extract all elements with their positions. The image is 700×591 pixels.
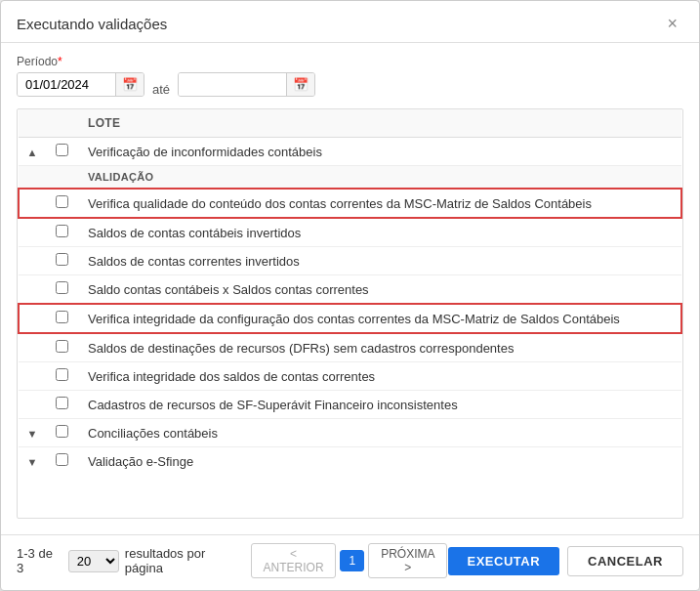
item-row-7: Verifica integridade dos saldos de conta… xyxy=(19,362,681,391)
item5-checkbox[interactable] xyxy=(56,311,68,323)
section-row-1: ▲ Verificação de inconformidades contábe… xyxy=(19,138,681,166)
start-date-calendar-icon[interactable]: 📅 xyxy=(115,73,144,96)
dialog-header: Executando validações × xyxy=(1,1,699,43)
close-button[interactable]: × xyxy=(661,13,683,34)
item-row-2: Saldos de contas contábeis invertidos xyxy=(19,218,681,247)
ate-label: até xyxy=(152,82,170,97)
anterior-button[interactable]: < ANTERIOR xyxy=(251,543,337,578)
item3-checkbox[interactable] xyxy=(56,253,68,266)
col-lote: LOTE xyxy=(78,109,681,138)
resultados-label: resultados por página xyxy=(125,546,245,575)
section1-checkbox[interactable] xyxy=(56,144,68,156)
start-date-input[interactable] xyxy=(18,73,115,96)
section-row-3: ▼ Validação e-Sfinge xyxy=(19,447,681,476)
section2-label: Conciliações contábeis xyxy=(78,419,681,447)
item-row-8: Cadastros de recursos de SF-Superávit Fi… xyxy=(19,391,681,419)
pagination-count: 1-3 de 3 xyxy=(17,546,62,575)
section1-expand-btn[interactable]: ▲ xyxy=(23,147,42,158)
item-row-1: Verifica qualidade do conteúdo dos conta… xyxy=(19,189,681,218)
validations-table-container: LOTE ▲ Verificação de inconformidades co… xyxy=(17,108,683,519)
section3-expand-btn[interactable]: ▼ xyxy=(23,456,42,468)
item-row-3: Saldos de contas correntes invertidos xyxy=(19,247,681,275)
dialog-body: Período* 📅 até 📅 LOTE xyxy=(1,43,699,530)
item7-label: Verifica integridade dos saldos de conta… xyxy=(78,362,681,391)
col-validacao-header: VALIDAÇÃO xyxy=(78,166,681,190)
item6-label: Saldos de destinações de recursos (DFRs)… xyxy=(78,333,681,362)
action-buttons: EXECUTAR CANCELAR xyxy=(448,546,684,576)
item8-checkbox[interactable] xyxy=(56,397,68,409)
item2-label: Saldos de contas contábeis invertidos xyxy=(78,218,681,247)
item2-checkbox[interactable] xyxy=(56,225,68,237)
proxima-button[interactable]: PRÓXIMA > xyxy=(368,543,447,578)
executar-button[interactable]: EXECUTAR xyxy=(448,547,560,575)
dialog-footer: 1-3 de 3 20 10 50 100 resultados por pág… xyxy=(1,534,699,590)
section2-checkbox[interactable] xyxy=(56,425,68,438)
period-group: Período* 📅 até 📅 xyxy=(17,55,683,97)
item8-label: Cadastros de recursos de SF-Superávit Fi… xyxy=(78,391,681,419)
item5-label: Verifica integridade da configuração dos… xyxy=(78,304,681,333)
start-date-wrapper: 📅 xyxy=(17,72,144,97)
item1-label: Verifica qualidade do conteúdo dos conta… xyxy=(78,189,681,218)
dialog-title: Executando validações xyxy=(17,16,167,32)
section3-checkbox[interactable] xyxy=(56,453,68,466)
item-row-4: Saldo contas contábeis x Saldos contas c… xyxy=(19,275,681,305)
item3-label: Saldos de contas correntes invertidos xyxy=(78,247,681,275)
item4-checkbox[interactable] xyxy=(56,281,68,294)
section-row-2: ▼ Conciliações contábeis xyxy=(19,419,681,447)
dialog-container: Executando validações × Período* 📅 até 📅 xyxy=(0,0,700,591)
cancelar-button[interactable]: CANCELAR xyxy=(567,546,683,576)
end-date-calendar-icon[interactable]: 📅 xyxy=(286,73,314,96)
item7-checkbox[interactable] xyxy=(56,368,68,381)
col-expand xyxy=(19,109,46,138)
item6-checkbox[interactable] xyxy=(56,340,68,353)
per-page-select[interactable]: 20 10 50 100 xyxy=(68,550,119,572)
section2-expand-btn[interactable]: ▼ xyxy=(23,428,42,440)
item-row-6: Saldos de destinações de recursos (DFRs)… xyxy=(19,333,681,362)
end-date-wrapper: 📅 xyxy=(178,72,315,97)
col-checkbox xyxy=(46,109,78,138)
end-date-input[interactable] xyxy=(179,73,286,96)
section1-label: Verificação de inconformidades contábeis xyxy=(78,138,681,166)
pagination-info: 1-3 de 3 20 10 50 100 resultados por pág… xyxy=(17,543,448,578)
section3-label: Validação e-Sfinge xyxy=(78,447,681,476)
item1-checkbox[interactable] xyxy=(56,195,68,208)
period-label: Período* xyxy=(17,55,144,68)
validacao-header-row: VALIDAÇÃO xyxy=(19,166,681,190)
item4-label: Saldo contas contábeis x Saldos contas c… xyxy=(78,275,681,305)
period-start-field: Período* 📅 xyxy=(17,55,144,97)
item-row-5: Verifica integridade da configuração dos… xyxy=(19,304,681,333)
validations-table: LOTE ▲ Verificação de inconformidades co… xyxy=(18,109,682,475)
page-1-button[interactable]: 1 xyxy=(340,550,364,571)
pagination-controls: < ANTERIOR 1 PRÓXIMA > xyxy=(251,543,448,578)
